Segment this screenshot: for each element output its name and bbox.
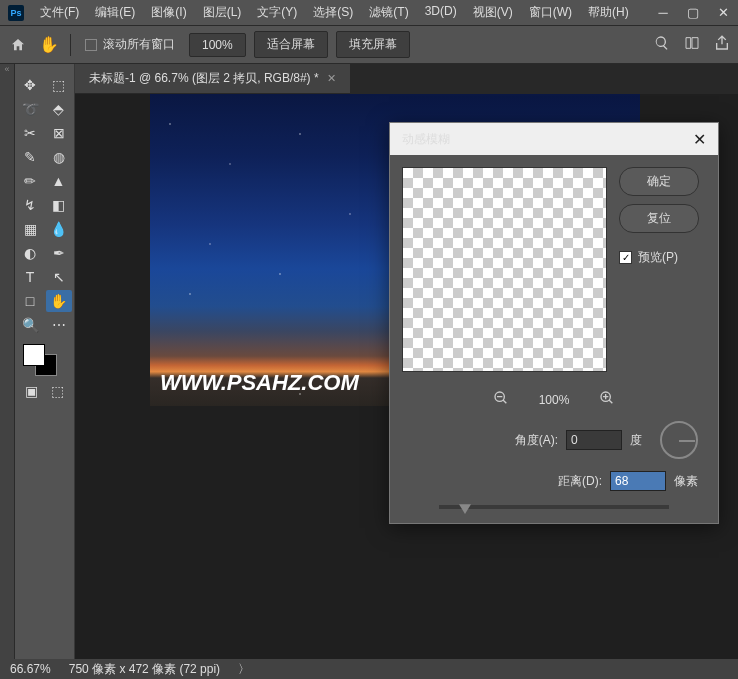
angle-input[interactable] bbox=[566, 430, 622, 450]
canvas-area: 未标题-1 @ 66.7% (图层 2 拷贝, RGB/8#) * ✕ WWW.… bbox=[75, 64, 738, 659]
menu-edit[interactable]: 编辑(E) bbox=[89, 1, 141, 24]
lasso-tool[interactable]: ➰ bbox=[17, 98, 43, 120]
angle-unit: 度 bbox=[630, 432, 642, 449]
menu-select[interactable]: 选择(S) bbox=[307, 1, 359, 24]
minimize-button[interactable]: ─ bbox=[648, 1, 678, 25]
menu-image[interactable]: 图像(I) bbox=[145, 1, 192, 24]
blur-tool[interactable]: 💧 bbox=[46, 218, 72, 240]
marquee-tool[interactable]: ⬚ bbox=[46, 74, 72, 96]
titlebar: Ps 文件(F) 编辑(E) 图像(I) 图层(L) 文字(Y) 选择(S) 滤… bbox=[0, 0, 738, 26]
ok-button[interactable]: 确定 bbox=[619, 167, 699, 196]
menu-layer[interactable]: 图层(L) bbox=[197, 1, 248, 24]
brush-tool[interactable]: ✏ bbox=[17, 170, 43, 192]
canvas-background: WWW.PSAHZ.COM 动感模糊 ✕ 确定 复位 ✓ 预览(P) bbox=[75, 94, 738, 659]
zoom-in-icon[interactable] bbox=[599, 390, 615, 409]
dialog-titlebar[interactable]: 动感模糊 ✕ bbox=[390, 123, 718, 155]
angle-dial[interactable] bbox=[660, 421, 698, 459]
zoom-100-button[interactable]: 100% bbox=[189, 33, 246, 57]
preview-zoom: 100% bbox=[539, 393, 570, 407]
preview-label: 预览(P) bbox=[638, 249, 678, 266]
maximize-button[interactable]: ▢ bbox=[678, 1, 708, 25]
zoom-out-icon[interactable] bbox=[493, 390, 509, 409]
quick-select-tool[interactable]: ⬘ bbox=[46, 98, 72, 120]
path-select-tool[interactable]: ↖ bbox=[46, 266, 72, 288]
share-icon[interactable] bbox=[714, 35, 730, 54]
move-tool[interactable]: ✥ bbox=[17, 74, 43, 96]
foreground-color[interactable] bbox=[23, 344, 45, 366]
distance-input[interactable] bbox=[610, 471, 666, 491]
menu-type[interactable]: 文字(Y) bbox=[251, 1, 303, 24]
slider-thumb[interactable] bbox=[459, 500, 471, 514]
close-tab-icon[interactable]: ✕ bbox=[327, 72, 336, 85]
menubar: 文件(F) 编辑(E) 图像(I) 图层(L) 文字(Y) 选择(S) 滤镜(T… bbox=[34, 1, 635, 24]
menu-window[interactable]: 窗口(W) bbox=[523, 1, 578, 24]
stamp-tool[interactable]: ▲ bbox=[46, 170, 72, 192]
distance-unit: 像素 bbox=[674, 473, 698, 490]
status-bar: 66.67% 750 像素 x 472 像素 (72 ppi) 〉 bbox=[0, 659, 738, 679]
dodge-tool[interactable]: ◐ bbox=[17, 242, 43, 264]
preview-checkbox[interactable]: ✓ 预览(P) bbox=[619, 249, 699, 266]
document-title: 未标题-1 @ 66.7% (图层 2 拷贝, RGB/8#) * bbox=[89, 70, 319, 87]
history-brush-tool[interactable]: ↯ bbox=[17, 194, 43, 216]
fill-screen-button[interactable]: 填充屏幕 bbox=[336, 31, 410, 58]
zoom-tool[interactable]: 🔍 bbox=[17, 314, 43, 336]
app-icon: Ps bbox=[8, 5, 24, 21]
dialog-close-button[interactable]: ✕ bbox=[693, 130, 706, 149]
color-swatches[interactable] bbox=[15, 338, 74, 378]
panel-strip[interactable]: « bbox=[0, 64, 15, 659]
hand-tool-icon[interactable]: ✋ bbox=[36, 32, 62, 58]
image-watermark: WWW.PSAHZ.COM bbox=[160, 370, 359, 396]
menu-file[interactable]: 文件(F) bbox=[34, 1, 85, 24]
fit-screen-button[interactable]: 适合屏幕 bbox=[254, 31, 328, 58]
frame-tool[interactable]: ⊠ bbox=[46, 122, 72, 144]
gradient-tool[interactable]: ▦ bbox=[17, 218, 43, 240]
distance-label: 距离(D): bbox=[558, 473, 602, 490]
checkbox-icon bbox=[85, 39, 97, 51]
search-icon[interactable] bbox=[654, 35, 670, 54]
quick-mask-tool[interactable]: ▣ bbox=[19, 380, 44, 402]
type-tool[interactable]: T bbox=[17, 266, 43, 288]
hand-tool[interactable]: ✋ bbox=[46, 290, 72, 312]
eraser-tool[interactable]: ◧ bbox=[46, 194, 72, 216]
checkbox-checked-icon: ✓ bbox=[619, 251, 632, 264]
options-bar: ✋ 滚动所有窗口 100% 适合屏幕 填充屏幕 bbox=[0, 26, 738, 64]
pen-tool[interactable]: ✒ bbox=[46, 242, 72, 264]
close-button[interactable]: ✕ bbox=[708, 1, 738, 25]
menu-3d[interactable]: 3D(D) bbox=[419, 1, 463, 24]
screen-mode-tool[interactable]: ⬚ bbox=[46, 380, 71, 402]
shape-tool[interactable]: □ bbox=[17, 290, 43, 312]
scroll-all-label: 滚动所有窗口 bbox=[103, 36, 175, 53]
more-tools[interactable]: ⋯ bbox=[46, 314, 72, 336]
reset-button[interactable]: 复位 bbox=[619, 204, 699, 233]
dialog-title: 动感模糊 bbox=[402, 131, 450, 148]
motion-blur-dialog: 动感模糊 ✕ 确定 复位 ✓ 预览(P) 1 bbox=[389, 122, 719, 524]
scroll-all-checkbox[interactable]: 滚动所有窗口 bbox=[79, 36, 181, 53]
angle-label: 角度(A): bbox=[515, 432, 558, 449]
workspace-icon[interactable] bbox=[684, 35, 700, 54]
document-tab[interactable]: 未标题-1 @ 66.7% (图层 2 拷贝, RGB/8#) * ✕ bbox=[75, 64, 350, 93]
status-dimensions[interactable]: 750 像素 x 472 像素 (72 ppi) bbox=[69, 661, 220, 678]
status-chevron-icon[interactable]: 〉 bbox=[238, 661, 250, 678]
filter-preview[interactable] bbox=[402, 167, 607, 372]
menu-filter[interactable]: 滤镜(T) bbox=[363, 1, 414, 24]
menu-view[interactable]: 视图(V) bbox=[467, 1, 519, 24]
menu-help[interactable]: 帮助(H) bbox=[582, 1, 635, 24]
status-zoom[interactable]: 66.67% bbox=[10, 662, 51, 676]
eyedropper-tool[interactable]: ✎ bbox=[17, 146, 43, 168]
crop-tool[interactable]: ✂ bbox=[17, 122, 43, 144]
tools-panel: ✥ ⬚ ➰ ⬘ ✂ ⊠ ✎ ◍ ✏ ▲ ↯ ◧ ▦ 💧 ◐ ✒ T ↖ □ ✋ … bbox=[15, 64, 75, 659]
home-icon[interactable] bbox=[8, 36, 28, 54]
heal-tool[interactable]: ◍ bbox=[46, 146, 72, 168]
window-controls: ─ ▢ ✕ bbox=[648, 1, 738, 25]
distance-slider[interactable] bbox=[439, 505, 669, 509]
